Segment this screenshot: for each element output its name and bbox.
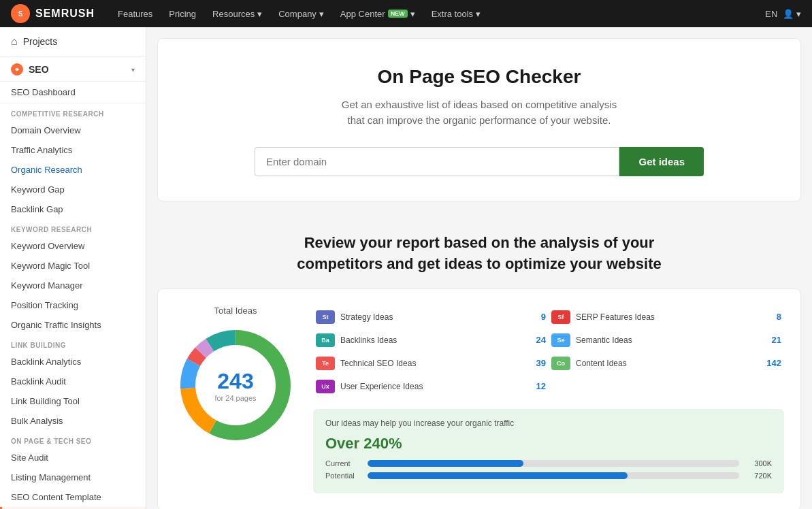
section-title-on-page: ON PAGE & TECH SEO (0, 431, 146, 448)
total-pages: for 24 pages (214, 393, 256, 401)
total-ideas-label: Total Ideas (214, 306, 257, 316)
new-badge: NEW (388, 10, 408, 18)
home-icon: ⌂ (11, 35, 18, 48)
nav-extra-tools[interactable]: Extra tools ▾ (425, 6, 487, 22)
review-title: Review your report based on the analysis… (157, 212, 801, 289)
seo-icon (11, 63, 23, 76)
donut-center-text: 243 for 24 pages (214, 368, 256, 401)
analytics-inner: Total Ideas (174, 306, 784, 493)
legend-name-technical: Technical SEO Ideas (340, 359, 524, 368)
sidebar-item-bulk-analysis[interactable]: Bulk Analysis (0, 411, 146, 431)
legend-strategy: St Strategy Ideas 9 (313, 306, 549, 329)
main-layout: ⌂ Projects SEO ▾ SEO Dashboard COMPETITI… (0, 27, 812, 509)
legend-count-backlinks: 24 (530, 335, 546, 345)
legend-name-ux: User Experience Ideas (340, 382, 524, 391)
sidebar-item-position-tracking[interactable]: Position Tracking (0, 295, 146, 315)
badge-st: St (316, 310, 335, 324)
get-ideas-button[interactable]: Get ideas (619, 147, 704, 176)
nav-items: Features Pricing Resources ▾ Company ▾ A… (111, 6, 749, 22)
badge-sf: Sf (551, 310, 570, 324)
legend-content: Co Content Ideas 142 (549, 352, 784, 375)
page-title: On Page SEO Checker (172, 66, 787, 88)
projects-label: Projects (23, 36, 58, 47)
sidebar-item-seo-content-template[interactable]: SEO Content Template (0, 487, 146, 507)
current-bar-fill (368, 460, 523, 467)
sidebar-item-organic-traffic-insights[interactable]: Organic Traffic Insights (0, 315, 146, 335)
sidebar-item-link-building-tool[interactable]: Link Building Tool (0, 391, 146, 411)
main-content: On Page SEO Checker Get an exhaustive li… (146, 27, 812, 509)
sidebar-item-keyword-manager[interactable]: Keyword Manager (0, 276, 146, 295)
sidebar-item-backlink-gap[interactable]: Backlink Gap (0, 199, 146, 219)
legend-count-strategy: 9 (530, 312, 546, 322)
logo[interactable]: S SEMRUSH (11, 4, 95, 23)
legend-serp: Sf SERP Features Ideas 8 (549, 306, 784, 329)
section-competitive-research: COMPETITIVE RESEARCH Domain Overview Tra… (0, 103, 146, 219)
nav-pricing[interactable]: Pricing (162, 6, 203, 22)
donut-chart: 243 for 24 pages (174, 324, 297, 446)
sidebar-item-organic-research[interactable]: Organic Research (0, 160, 146, 180)
badge-te: Te (316, 357, 335, 370)
legend-backlinks: Ba Backlinks Ideas 24 (313, 329, 549, 352)
language-selector[interactable]: EN (765, 9, 777, 19)
section-title-keyword: KEYWORD RESEARCH (0, 219, 146, 236)
sidebar: ⌂ Projects SEO ▾ SEO Dashboard COMPETITI… (0, 27, 146, 509)
current-label: Current (325, 459, 361, 467)
section-on-page-seo: ON PAGE & TECH SEO Site Audit Listing Ma… (0, 431, 146, 509)
user-menu[interactable]: 👤 ▾ (783, 9, 801, 19)
sidebar-item-domain-overview[interactable]: Domain Overview (0, 120, 146, 140)
sidebar-item-listing-management[interactable]: Listing Management (0, 467, 146, 487)
sidebar-item-dashboard[interactable]: SEO Dashboard (0, 82, 146, 103)
sidebar-item-traffic-analytics[interactable]: Traffic Analytics (0, 140, 146, 160)
current-value: 300K (746, 459, 772, 467)
sidebar-item-backlink-audit[interactable]: Backlink Audit (0, 372, 146, 391)
sidebar-item-keyword-overview[interactable]: Keyword Overview (0, 236, 146, 256)
domain-input[interactable] (255, 147, 619, 176)
nav-features[interactable]: Features (111, 6, 159, 22)
nav-app-center[interactable]: App Center NEW ▾ (334, 6, 422, 22)
nav-resources[interactable]: Resources ▾ (206, 6, 269, 22)
seo-label: SEO (29, 64, 126, 75)
sidebar-item-site-audit[interactable]: Site Audit (0, 448, 146, 467)
potential-bar-row: Potential 720K (325, 472, 772, 480)
analytics-card: Total Ideas (157, 289, 801, 509)
seo-section-header[interactable]: SEO ▾ (0, 56, 146, 82)
section-keyword-research: KEYWORD RESEARCH Keyword Overview Keywor… (0, 219, 146, 335)
badge-ba: Ba (316, 333, 335, 347)
review-section: Review your report based on the analysis… (146, 212, 812, 509)
sidebar-item-backlink-analytics[interactable]: Backlink Analytics (0, 352, 146, 372)
traffic-boost-box: Our ideas may help you increase your org… (313, 409, 784, 493)
section-title-competitive: COMPETITIVE RESEARCH (0, 103, 146, 120)
legend-name-serp: SERP Features Ideas (576, 312, 760, 322)
boost-percent: Over 240% (325, 435, 772, 453)
legend-count-content: 142 (765, 358, 781, 368)
logo-text: SEMRUSH (35, 7, 95, 20)
legend-name-backlinks: Backlinks Ideas (340, 335, 524, 345)
logo-icon: S (11, 4, 30, 23)
potential-value: 720K (746, 472, 772, 480)
section-title-link-building: LINK BUILDING (0, 335, 146, 352)
donut-chart-container: Total Ideas (174, 306, 297, 446)
legend-technical: Te Technical SEO Ideas 39 (313, 352, 549, 375)
sidebar-projects-header[interactable]: ⌂ Projects (0, 27, 146, 56)
badge-co: Co (551, 357, 570, 370)
potential-bar-fill (368, 472, 628, 479)
legend-container: St Strategy Ideas 9 Sf SERP Features Ide… (313, 306, 784, 493)
hero-card: On Page SEO Checker Get an exhaustive li… (157, 38, 801, 201)
legend-count-semantic: 21 (765, 335, 781, 345)
legend-grid: St Strategy Ideas 9 Sf SERP Features Ide… (313, 306, 784, 398)
legend-semantic: Se Semantic Ideas 21 (549, 329, 784, 352)
legend-name-strategy: Strategy Ideas (340, 312, 524, 322)
section-link-building: LINK BUILDING Backlink Analytics Backlin… (0, 335, 146, 431)
current-bar-row: Current 300K (325, 459, 772, 467)
legend-ux: Ux User Experience Ideas 12 (313, 375, 549, 398)
nav-company[interactable]: Company ▾ (272, 6, 331, 22)
legend-count-ux: 12 (530, 381, 546, 391)
legend-count-serp: 8 (765, 312, 781, 322)
current-bar-track (368, 460, 739, 467)
badge-se: Se (551, 333, 570, 347)
sidebar-item-keyword-magic-tool[interactable]: Keyword Magic Tool (0, 256, 146, 276)
legend-name-semantic: Semantic Ideas (576, 335, 760, 345)
legend-count-technical: 39 (530, 358, 546, 368)
top-navigation: S SEMRUSH Features Pricing Resources ▾ C… (0, 0, 812, 27)
sidebar-item-keyword-gap[interactable]: Keyword Gap (0, 180, 146, 199)
